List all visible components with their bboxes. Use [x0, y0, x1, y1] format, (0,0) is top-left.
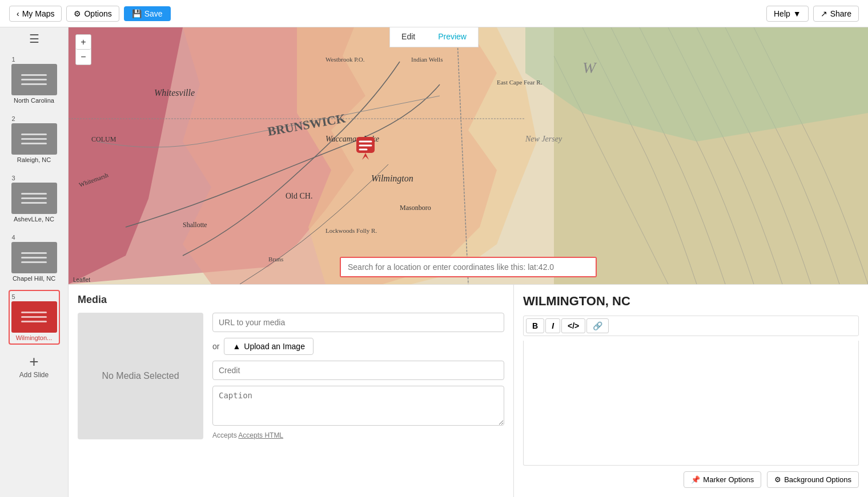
- map-search: [340, 257, 597, 277]
- code-button[interactable]: </>: [561, 318, 585, 333]
- slide-item-2[interactable]: 2 Raleigh, NC: [9, 112, 60, 167]
- slide-label-3: AshevLLe, NC: [14, 216, 54, 223]
- slide-thumb-1: [11, 64, 57, 95]
- add-slide-label: Add Slide: [19, 371, 49, 379]
- add-slide-button[interactable]: + Add Slide: [19, 354, 49, 379]
- leaflet-credit: Leaflet: [73, 277, 90, 283]
- marker-options-label: Marker Options: [703, 475, 754, 484]
- slide-item-5[interactable]: 5 Wilmington...: [9, 290, 60, 345]
- slide-lines-1: [20, 74, 49, 85]
- content-title: WILMINGTON, NC: [523, 294, 859, 309]
- editor-toolbar: B I </> 🔗: [523, 316, 859, 336]
- my-maps-button[interactable]: ‹ My Maps: [9, 6, 62, 22]
- svg-text:East Cape Fear R.: East Cape Fear R.: [497, 79, 542, 86]
- svg-text:W: W: [582, 59, 597, 76]
- plus-icon: +: [29, 354, 38, 370]
- svg-text:Whitesville: Whitesville: [154, 88, 195, 98]
- sidebar: ☰ 1 North Carolina 2: [0, 27, 69, 497]
- gear-icon-bg: ⚙: [774, 475, 781, 484]
- zoom-out-button[interactable]: −: [76, 50, 91, 64]
- main-container: ☰ 1 North Carolina 2: [0, 27, 868, 497]
- slide-thumb-2: [11, 123, 57, 155]
- slide-item-1[interactable]: 1 North Carolina: [9, 52, 60, 107]
- slide-item-3[interactable]: 3 AshevLLe, NC: [9, 171, 60, 226]
- upload-icon: ▲: [232, 342, 240, 351]
- my-maps-label: My Maps: [22, 9, 55, 18]
- menu-icon[interactable]: ☰: [29, 32, 39, 46]
- italic-button[interactable]: I: [545, 318, 560, 333]
- slide-number-3: 3: [12, 175, 15, 181]
- svg-text:Shallotte: Shallotte: [183, 221, 207, 229]
- html-link[interactable]: Accepts HTML: [238, 431, 283, 439]
- marker-icon: [354, 136, 377, 161]
- save-button[interactable]: 💾 Save: [124, 6, 171, 21]
- map-background: Whitesville COLUM Whitemarsh BRUNSWICK O…: [69, 27, 868, 284]
- media-url-input[interactable]: [212, 313, 504, 332]
- options-label: Options: [84, 9, 111, 18]
- tab-edit[interactable]: Edit: [390, 27, 427, 47]
- background-options-label: Background Options: [784, 475, 851, 484]
- share-label: Share: [830, 9, 851, 18]
- media-url-row: [212, 313, 504, 332]
- svg-text:Indian Wells: Indian Wells: [411, 56, 443, 63]
- zoom-in-button[interactable]: +: [76, 35, 91, 50]
- top-nav: ‹ My Maps ⚙ Options 💾 Save Help ▼ ↗ Shar…: [0, 0, 868, 27]
- svg-text:COLUM: COLUM: [91, 135, 116, 143]
- slide-thumb-3: [11, 183, 57, 214]
- slide-thumb-4: [11, 242, 57, 273]
- caption-input[interactable]: [212, 386, 504, 426]
- svg-text:Old CH.: Old CH.: [286, 192, 312, 200]
- slide-number-1: 1: [12, 56, 15, 63]
- slide-label-4: Chapel Hill, NC: [13, 275, 55, 282]
- chevron-left-icon: ‹: [17, 9, 19, 18]
- map-view[interactable]: Whitesville COLUM Whitemarsh BRUNSWICK O…: [69, 27, 868, 284]
- no-media-text: No Media Selected: [102, 371, 179, 381]
- media-title: Media: [78, 294, 504, 306]
- pin-icon: 📌: [691, 475, 700, 484]
- media-body: No Media Selected or ▲ Upload an Image: [78, 313, 504, 439]
- slide-number-4: 4: [12, 234, 15, 241]
- options-button[interactable]: ⚙ Options: [66, 6, 119, 22]
- media-or-row: or ▲ Upload an Image: [212, 338, 504, 355]
- slide-label-5: Wilmington...: [16, 334, 53, 341]
- help-label: Help: [774, 9, 790, 18]
- svg-text:Westbrook P.O.: Westbrook P.O.: [326, 56, 365, 63]
- slide-thumb-5: [11, 301, 57, 333]
- map-marker[interactable]: [354, 136, 377, 163]
- gear-icon: ⚙: [74, 9, 81, 18]
- bottom-panel: Media No Media Selected or ▲ Up: [69, 284, 868, 497]
- map-content-area: Whitesville COLUM Whitemarsh BRUNSWICK O…: [69, 27, 868, 497]
- link-button[interactable]: 🔗: [586, 318, 609, 333]
- svg-text:New Jersey: New Jersey: [525, 135, 562, 143]
- slide-label-2: Raleigh, NC: [17, 156, 51, 163]
- accepts-html-text: Accepts Accepts HTML: [212, 431, 504, 439]
- credit-input[interactable]: [212, 361, 504, 380]
- save-label: Save: [144, 9, 163, 18]
- svg-text:Masonboro: Masonboro: [400, 204, 431, 212]
- save-icon: 💾: [132, 9, 142, 18]
- zoom-controls: + −: [75, 34, 91, 65]
- upload-image-button[interactable]: ▲ Upload an Image: [224, 338, 314, 355]
- slide-item-4[interactable]: 4 Chapel Hill, NC: [9, 231, 60, 285]
- map-search-input[interactable]: [341, 258, 596, 276]
- content-footer: 📌 Marker Options ⚙ Background Options: [523, 471, 859, 488]
- svg-text:Lockwoods Folly R.: Lockwoods Folly R.: [326, 227, 377, 234]
- top-nav-left: ‹ My Maps ⚙ Options 💾 Save: [9, 6, 171, 22]
- media-panel: Media No Media Selected or ▲ Up: [69, 285, 514, 497]
- slide-number-5: 5: [12, 293, 15, 300]
- share-icon: ↗: [821, 9, 827, 18]
- editor-area[interactable]: [523, 341, 859, 466]
- content-panel: WILMINGTON, NC B I </> 🔗 📌 Marker Option…: [514, 285, 868, 497]
- upload-label: Upload an Image: [244, 342, 305, 351]
- marker-options-button[interactable]: 📌 Marker Options: [684, 471, 761, 488]
- tabs-bar: Edit Preview: [389, 27, 479, 47]
- share-button[interactable]: ↗ Share: [813, 6, 859, 22]
- tab-preview[interactable]: Preview: [427, 27, 478, 47]
- slide-number-2: 2: [12, 115, 15, 122]
- help-button[interactable]: Help ▼: [766, 6, 809, 22]
- background-options-button[interactable]: ⚙ Background Options: [767, 471, 859, 488]
- svg-text:Wilmington: Wilmington: [371, 173, 413, 184]
- bold-button[interactable]: B: [526, 318, 544, 333]
- chevron-down-icon: ▼: [793, 9, 801, 18]
- or-text: or: [212, 342, 219, 351]
